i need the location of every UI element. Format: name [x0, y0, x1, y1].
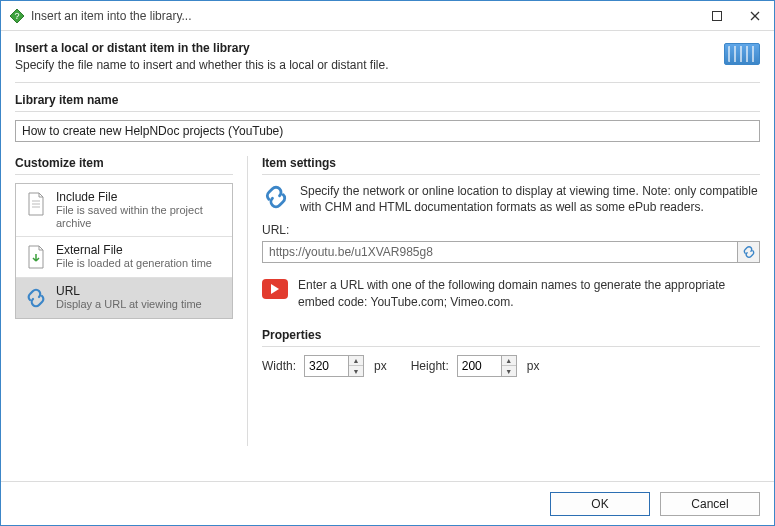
- app-icon: ?: [9, 8, 25, 24]
- ok-button[interactable]: OK: [550, 492, 650, 516]
- url-label: URL:: [262, 223, 760, 237]
- height-label: Height:: [411, 359, 449, 373]
- footer: OK Cancel: [1, 481, 774, 525]
- width-input[interactable]: [304, 355, 348, 377]
- titlebar: ? Insert an item into the library...: [1, 1, 774, 31]
- height-spinner[interactable]: ▲▼: [457, 355, 517, 377]
- maximize-button[interactable]: [698, 1, 736, 31]
- cancel-button[interactable]: Cancel: [660, 492, 760, 516]
- item-subtitle: Display a URL at viewing time: [56, 298, 202, 311]
- item-title: External File: [56, 243, 212, 257]
- height-up[interactable]: ▲: [502, 356, 516, 367]
- customize-item-include-file[interactable]: Include File File is saved within the pr…: [16, 184, 232, 237]
- file-icon: [24, 190, 48, 218]
- name-label: Library item name: [15, 93, 760, 107]
- customize-item-url[interactable]: URL Display a URL at viewing time: [16, 278, 232, 318]
- customize-label: Customize item: [15, 156, 233, 170]
- header-subtitle: Specify the file name to insert and whet…: [15, 58, 724, 72]
- embed-hint: Enter a URL with one of the following do…: [298, 277, 760, 309]
- window-title: Insert an item into the library...: [31, 9, 698, 23]
- name-section: Library item name: [1, 83, 774, 146]
- movie-icon: [724, 43, 760, 65]
- youtube-icon: [262, 279, 288, 299]
- width-down[interactable]: ▼: [349, 366, 363, 376]
- item-settings-label: Item settings: [262, 156, 760, 170]
- customize-list: Include File File is saved within the pr…: [15, 183, 233, 319]
- close-button[interactable]: [736, 1, 774, 31]
- svg-text:?: ?: [14, 11, 19, 21]
- external-file-icon: [24, 243, 48, 271]
- library-item-name-input[interactable]: [15, 120, 760, 142]
- link-icon: [262, 183, 290, 211]
- item-subtitle: File is saved within the project archive: [56, 204, 224, 230]
- properties-label: Properties: [262, 328, 760, 342]
- url-input[interactable]: [262, 241, 738, 263]
- link-icon: [24, 284, 48, 312]
- item-settings-description: Specify the network or online location t…: [300, 183, 760, 215]
- item-subtitle: File is loaded at generation time: [56, 257, 212, 270]
- height-down[interactable]: ▼: [502, 366, 516, 376]
- customize-item-external-file[interactable]: External File File is loaded at generati…: [16, 237, 232, 278]
- width-unit: px: [374, 359, 387, 373]
- width-up[interactable]: ▲: [349, 356, 363, 367]
- width-label: Width:: [262, 359, 296, 373]
- url-browse-button[interactable]: [738, 241, 760, 263]
- header-title: Insert a local or distant item in the li…: [15, 41, 724, 55]
- width-spinner[interactable]: ▲▼: [304, 355, 364, 377]
- height-input[interactable]: [457, 355, 501, 377]
- height-unit: px: [527, 359, 540, 373]
- svg-rect-2: [713, 11, 722, 20]
- header: Insert a local or distant item in the li…: [1, 31, 774, 82]
- item-title: Include File: [56, 190, 224, 204]
- item-title: URL: [56, 284, 202, 298]
